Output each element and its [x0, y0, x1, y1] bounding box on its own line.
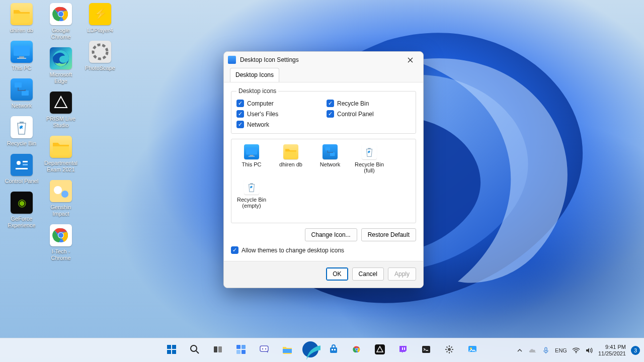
desktop-icon-this-pc[interactable]: This PC: [4, 41, 39, 71]
settings-icon: [444, 344, 454, 356]
svg-rect-44: [283, 349, 292, 353]
desktop-icon-microsoft-edge[interactable]: Microsoft Edge: [43, 47, 78, 84]
volume-icon[interactable]: [585, 346, 593, 354]
monitor-icon: [244, 144, 259, 159]
desktop-icon-ldplayer4[interactable]: ⚡LDPlayer4: [83, 3, 118, 34]
task-view-icon: [213, 344, 223, 356]
desktop-icons: dhiren dbThis PCNetworkRecycle BinContro…: [4, 3, 118, 261]
preview-recycle-bin-full[interactable]: Recycle Bin (full): [354, 144, 384, 173]
wifi-icon[interactable]: [572, 346, 580, 354]
svg-point-42: [262, 348, 264, 349]
taskbar-edge-button[interactable]: [300, 340, 320, 360]
desktop-icon-itech-chrome[interactable]: I-Tech - Chrome: [43, 224, 78, 261]
svg-point-14: [58, 12, 63, 17]
edge-icon: [50, 47, 72, 69]
check-network[interactable]: ✓Network: [236, 121, 320, 128]
taskbar-twitch-button[interactable]: [393, 340, 413, 360]
taskbar-personalization-button[interactable]: [462, 340, 482, 360]
taskbar-chrome-button[interactable]: 44">: [347, 340, 367, 360]
preview-label: Recycle Bin (empty): [236, 197, 267, 209]
svg-rect-3: [17, 58, 26, 59]
geforce-icon: ◉: [11, 192, 33, 214]
preview-network[interactable]: Network: [315, 144, 345, 173]
taskbar-prism-button[interactable]: [370, 340, 390, 360]
taskbar-chat-button[interactable]: [254, 340, 274, 360]
desktop-icon-geforce-experience[interactable]: ◉GeForce Experience: [4, 192, 39, 229]
check-computer-label: Computer: [247, 100, 274, 107]
desktop-icon-control-panel[interactable]: Control Panel: [4, 154, 39, 185]
desktop[interactable]: dhiren dbThis PCNetworkRecycle BinContro…: [0, 0, 644, 362]
taskbar-center: 44">: [162, 340, 482, 360]
change-icon-button[interactable]: Change Icon...: [305, 228, 357, 241]
taskbar-search-button[interactable]: [185, 340, 205, 360]
monitor-icon: [11, 41, 33, 63]
svg-rect-36: [218, 346, 222, 352]
desktop-icon-departmental-exam-2021[interactable]: Departmental Exam 2021: [43, 136, 78, 173]
svg-rect-46: [330, 347, 337, 353]
taskbar-store-button[interactable]: [324, 340, 344, 360]
desktop-icon-dhiren-db-folder[interactable]: dhiren db: [4, 3, 39, 34]
preview-recycle-bin-empty[interactable]: Recycle Bin (empty): [236, 179, 267, 209]
onedrive-icon[interactable]: [529, 346, 537, 354]
chrome-icon: [50, 224, 72, 246]
svg-rect-47: [332, 349, 333, 350]
allow-themes-check[interactable]: ✓ Allow themes to change desktop icons: [231, 246, 416, 254]
preview-this-pc[interactable]: This PC: [236, 144, 267, 173]
svg-rect-4: [15, 82, 22, 87]
desktop-icon-label: Microsoft Edge: [43, 71, 78, 84]
svg-rect-48: [334, 349, 336, 350]
ok-button[interactable]: OK: [326, 267, 348, 281]
desktop-icon-prism-live-studio[interactable]: PRISM Live Studio: [43, 92, 78, 129]
taskbar-file-explorer-button[interactable]: [277, 340, 297, 360]
preview-label: dhiren db: [279, 161, 302, 167]
desktop-icon-label: I-Tech - Chrome: [43, 248, 78, 261]
restore-default-button[interactable]: Restore Default: [361, 228, 416, 241]
check-users-files[interactable]: ✓User's Files: [236, 110, 320, 118]
check-users-files-label: User's Files: [247, 111, 278, 118]
desktop-icon-photoscape[interactable]: PhotoScape: [83, 41, 118, 71]
svg-rect-54: [402, 347, 403, 350]
desktop-icon-label: Departmental Exam 2021: [43, 160, 78, 173]
microphone-icon[interactable]: [542, 346, 550, 354]
taskbar-settings-button[interactable]: [439, 340, 459, 360]
network-icon: [11, 78, 33, 101]
svg-rect-0: [14, 46, 30, 56]
check-control-panel[interactable]: ✓Control Panel: [327, 110, 411, 118]
taskbar-clock[interactable]: 9:41 PM 11/25/2021: [598, 344, 626, 357]
store-icon: [329, 344, 339, 356]
desktop-icon-recycle-bin[interactable]: Recycle Bin: [4, 116, 39, 147]
taskbar-cmd-button[interactable]: [416, 340, 436, 360]
taskbar-start-button[interactable]: [162, 340, 182, 360]
cancel-button[interactable]: Cancel: [352, 267, 384, 281]
language-icon[interactable]: ENG: [555, 346, 567, 354]
desktop-icon-genshin-impact[interactable]: Genshin Impact: [43, 180, 78, 217]
svg-rect-60: [545, 347, 547, 351]
close-button[interactable]: [401, 53, 419, 67]
svg-rect-30: [167, 345, 171, 349]
svg-point-57: [448, 348, 451, 351]
genshin-icon: [50, 180, 72, 202]
tab-desktop-icons[interactable]: Desktop Icons: [230, 68, 279, 82]
folder-icon: [11, 3, 33, 25]
apply-button[interactable]: Apply: [388, 267, 416, 281]
twitch-icon: [398, 344, 408, 356]
desktop-icon-label: Network: [12, 103, 32, 109]
desktop-icon-google-chrome[interactable]: Google Chrome: [43, 3, 78, 40]
tray-overflow-icon[interactable]: [516, 346, 524, 354]
icon-preview-list: This PCdhiren dbNetworkRecycle Bin (full…: [231, 139, 416, 223]
svg-rect-37: [236, 345, 240, 349]
preview-dhiren-db[interactable]: dhiren db: [276, 144, 306, 173]
taskbar-widgets-button[interactable]: [231, 340, 251, 360]
desktop-icon-settings-dialog: Desktop Icon Settings Desktop Icons Desk…: [223, 51, 424, 288]
notification-badge[interactable]: 3: [631, 346, 640, 355]
check-recycle-bin[interactable]: ✓Recycle Bin: [327, 100, 411, 107]
recycle-icon: [244, 179, 259, 195]
desktop-icon-network[interactable]: Network: [4, 78, 39, 109]
check-computer[interactable]: ✓Computer: [236, 100, 320, 107]
network-icon: [323, 144, 338, 159]
desktop-icon-label: PRISM Live Studio: [43, 116, 78, 129]
start-icon: [166, 344, 177, 357]
svg-point-61: [576, 352, 577, 353]
titlebar[interactable]: Desktop Icon Settings: [224, 52, 423, 68]
taskbar-task-view-button[interactable]: [208, 340, 228, 360]
